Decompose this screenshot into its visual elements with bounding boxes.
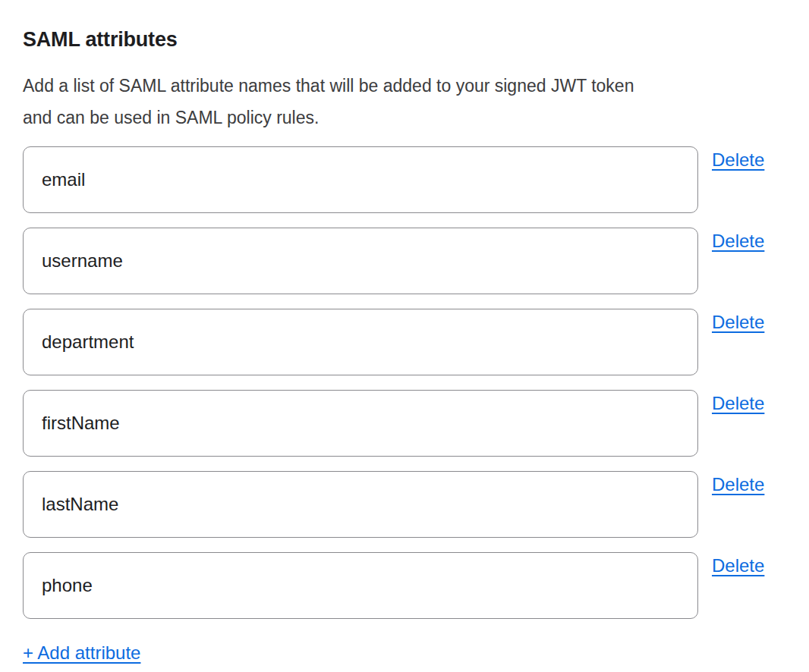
delete-attribute-link[interactable]: Delete xyxy=(712,393,764,414)
attribute-name-input[interactable] xyxy=(23,228,698,294)
delete-attribute-link[interactable]: Delete xyxy=(712,231,764,252)
attribute-name-input[interactable] xyxy=(23,471,698,538)
attribute-row: Delete xyxy=(23,146,786,213)
attribute-row: Delete xyxy=(23,471,786,538)
delete-attribute-link[interactable]: Delete xyxy=(712,555,764,576)
section-description: Add a list of SAML attribute names that … xyxy=(23,70,786,133)
attribute-name-input[interactable] xyxy=(23,146,698,213)
attribute-row: Delete xyxy=(23,228,786,294)
delete-attribute-link[interactable]: Delete xyxy=(712,149,764,171)
delete-attribute-link[interactable]: Delete xyxy=(712,312,764,333)
saml-attributes-panel: SAML attributes Add a list of SAML attri… xyxy=(0,0,809,664)
attribute-row: Delete xyxy=(23,552,786,619)
attribute-list: Delete Delete Delete Delete Delete Delet… xyxy=(23,146,786,619)
attribute-name-input[interactable] xyxy=(23,552,698,619)
attribute-name-input[interactable] xyxy=(23,309,698,375)
section-title: SAML attributes xyxy=(23,27,786,52)
attribute-name-input[interactable] xyxy=(23,390,698,457)
delete-attribute-link[interactable]: Delete xyxy=(712,474,764,495)
attribute-row: Delete xyxy=(23,309,786,375)
attribute-row: Delete xyxy=(23,390,786,457)
add-attribute-link[interactable]: + Add attribute xyxy=(23,642,140,664)
